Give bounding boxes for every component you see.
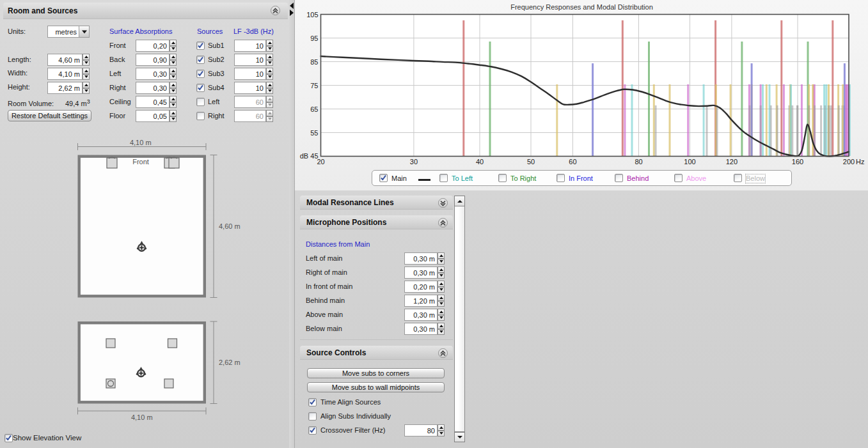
- svg-text:20: 20: [317, 158, 324, 166]
- svg-text:50: 50: [527, 158, 535, 166]
- svg-text:95: 95: [310, 35, 318, 42]
- svg-text:Frequency Responses and Modal: Frequency Responses and Modal Distributi…: [510, 3, 653, 11]
- svg-text:80: 80: [635, 158, 642, 166]
- svg-text:75: 75: [310, 82, 318, 89]
- svg-text:Hz: Hz: [856, 158, 864, 166]
- svg-text:4,60 m: 4,60 m: [219, 222, 241, 230]
- svg-text:4,10 m: 4,10 m: [130, 140, 152, 146]
- svg-text:120: 120: [726, 158, 738, 166]
- svg-text:4,10 m: 4,10 m: [131, 413, 153, 421]
- svg-text:2,62 m: 2,62 m: [219, 359, 241, 366]
- svg-text:Front: Front: [132, 158, 149, 166]
- svg-text:30: 30: [410, 158, 418, 166]
- svg-text:55: 55: [310, 129, 318, 137]
- svg-text:65: 65: [310, 105, 318, 113]
- svg-text:160: 160: [792, 158, 803, 166]
- svg-text:40: 40: [476, 158, 484, 166]
- svg-text:200: 200: [843, 158, 855, 166]
- svg-text:85: 85: [310, 58, 318, 66]
- svg-text:60: 60: [569, 158, 576, 166]
- svg-text:100: 100: [684, 158, 695, 166]
- svg-text:105: 105: [306, 11, 318, 19]
- svg-text:dB 45: dB 45: [300, 152, 319, 160]
